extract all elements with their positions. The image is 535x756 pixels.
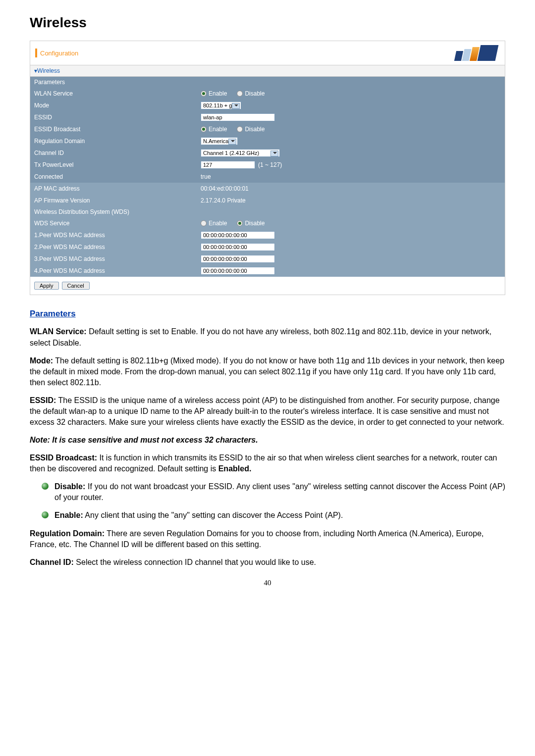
config-panel: Configuration ▾Wireless Parameters WLAN … — [30, 41, 505, 295]
label-wds-peer3: 3.Peer WDS MAC address — [30, 253, 199, 265]
row-wds-peer3: 3.Peer WDS MAC address 00:00:00:00:00:00 — [30, 253, 505, 265]
row-wds-peer4: 4.Peer WDS MAC address 00:00:00:00:00:00 — [30, 265, 505, 277]
chevron-down-icon — [234, 104, 238, 106]
wds-disable[interactable]: Disable — [237, 220, 265, 227]
para-channel-id: Channel ID: Select the wireless connecti… — [30, 557, 505, 568]
row-wds-peer2: 2.Peer WDS MAC address 00:00:00:00:00:00 — [30, 241, 505, 253]
label-wlan-service: WLAN Service — [30, 88, 199, 100]
para-essid-broadcast: ESSID Broadcast: It is function in which… — [30, 453, 505, 474]
wds-peer1-input[interactable]: 00:00:00:00:00:00 — [201, 231, 275, 239]
radio-selected-icon — [201, 126, 207, 132]
page-number: 40 — [30, 578, 505, 588]
label-tx-power: Tx PowerLevel — [30, 159, 199, 171]
mode-select[interactable]: 802.11b + g — [201, 101, 241, 109]
row-tx-power: Tx PowerLevel 127 (1 ~ 127) — [30, 159, 505, 171]
label-wds-peer1: 1.Peer WDS MAC address — [30, 229, 199, 241]
bullet-icon — [42, 483, 49, 490]
chevron-down-icon — [231, 140, 235, 142]
label-ap-mac: AP MAC address — [30, 183, 199, 195]
parameters-heading: Parameters — [30, 308, 505, 319]
row-reg-domain: Regulation Domain N.America — [30, 135, 505, 147]
wds-peer3-input[interactable]: 00:00:00:00:00:00 — [201, 255, 275, 263]
section-wireless[interactable]: ▾Wireless — [30, 65, 505, 77]
wlan-service-enable[interactable]: Enable — [201, 90, 227, 97]
wds-enable[interactable]: Enable — [201, 220, 227, 227]
row-ap-mac: AP MAC address 00:04:ed:00:00:01 — [30, 183, 505, 195]
radio-selected-icon — [237, 220, 243, 226]
label-channel-id: Channel ID — [30, 147, 199, 159]
wds-header: Wireless Distribution System (WDS) — [30, 206, 505, 217]
panel-title: Configuration — [40, 50, 78, 57]
row-ap-fw: AP Firmware Version 2.17.24.0 Private — [30, 195, 505, 206]
apply-button[interactable]: Apply — [34, 282, 59, 290]
row-wds-peer1: 1.Peer WDS MAC address 00:00:00:00:00:00 — [30, 229, 505, 241]
radio-icon — [237, 126, 243, 132]
ap-mac-value: 00:04:ed:00:00:01 — [201, 185, 249, 192]
note-case-sensitive: Note: It is case sensitive and must not … — [30, 435, 505, 446]
channel-id-select[interactable]: Channel 1 (2.412 GHz) — [201, 149, 280, 157]
label-essid-broadcast: ESSID Broadcast — [30, 123, 199, 135]
row-mode: Mode 802.11b + g — [30, 100, 505, 111]
cancel-button[interactable]: Cancel — [62, 282, 90, 290]
chevron-down-icon — [273, 152, 277, 154]
row-essid-broadcast: ESSID Broadcast Enable Disable — [30, 123, 505, 135]
connected-value: true — [201, 173, 211, 180]
row-wds-service: WDS Service Enable Disable — [30, 217, 505, 229]
essid-bc-disable[interactable]: Disable — [237, 126, 265, 133]
row-essid: ESSID wlan-ap — [30, 111, 505, 123]
wlan-service-disable[interactable]: Disable — [237, 90, 265, 97]
accent-bar-icon — [35, 49, 37, 57]
label-wds-peer4: 4.Peer WDS MAC address — [30, 265, 199, 277]
page-title: Wireless — [30, 15, 505, 31]
parameters-header: Parameters — [30, 77, 505, 88]
label-essid: ESSID — [30, 111, 199, 123]
label-wds-peer2: 2.Peer WDS MAC address — [30, 241, 199, 253]
radio-selected-icon — [201, 91, 207, 97]
tx-power-hint: (1 ~ 127) — [258, 161, 282, 168]
brand-logo-icon — [455, 45, 500, 61]
bullet-icon — [42, 511, 49, 518]
row-connected: Connected true — [30, 171, 505, 183]
button-row: Apply Cancel — [30, 277, 505, 295]
essid-input[interactable]: wlan-ap — [201, 113, 275, 121]
reg-domain-select[interactable]: N.America — [201, 137, 238, 145]
panel-header: Configuration — [30, 41, 505, 65]
bullet-disable: Disable: If you do not want broadcast yo… — [42, 481, 505, 503]
label-wds-service: WDS Service — [30, 217, 199, 229]
para-essid: ESSID: The ESSID is the unique name of a… — [30, 395, 505, 428]
label-mode: Mode — [30, 100, 199, 111]
bullet-enable: Enable: Any client that using the "any" … — [42, 510, 505, 521]
essid-bc-enable[interactable]: Enable — [201, 126, 227, 133]
para-wlan-service: WLAN Service: Default setting is set to … — [30, 326, 505, 348]
label-reg-domain: Regulation Domain — [30, 135, 199, 147]
radio-icon — [201, 220, 207, 226]
tx-power-input[interactable]: 127 — [201, 161, 255, 169]
radio-icon — [237, 91, 243, 97]
label-ap-fw: AP Firmware Version — [30, 195, 199, 206]
wds-peer4-input[interactable]: 00:00:00:00:00:00 — [201, 267, 275, 275]
label-connected: Connected — [30, 171, 199, 183]
ap-fw-value: 2.17.24.0 Private — [201, 197, 246, 204]
para-mode: Mode: The default setting is 802.11b+g (… — [30, 355, 505, 388]
document-body: Parameters WLAN Service: Default setting… — [30, 308, 505, 588]
row-wlan-service: WLAN Service Enable Disable — [30, 88, 505, 100]
row-channel-id: Channel ID Channel 1 (2.412 GHz) — [30, 147, 505, 159]
para-reg-domain: Regulation Domain: There are seven Regul… — [30, 528, 505, 550]
wds-peer2-input[interactable]: 00:00:00:00:00:00 — [201, 243, 275, 251]
